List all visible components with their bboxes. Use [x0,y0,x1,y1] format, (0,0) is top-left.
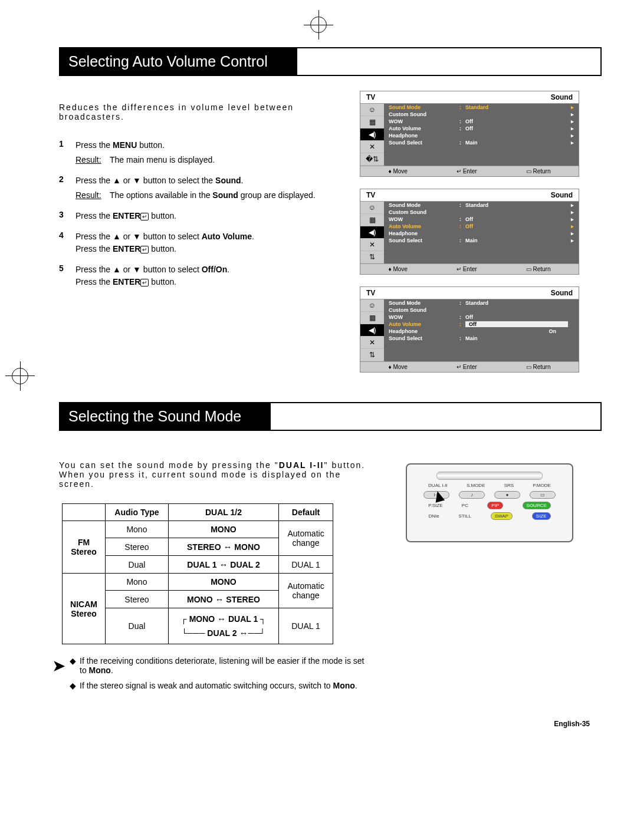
step-5: 5 Press the ▲ or ▼ button to select Off/… [59,263,348,288]
enter-icon: ↵ [140,246,149,253]
section2-intro: You can set the sound mode by pressing t… [59,460,366,489]
step-1: 1 Press the MENU button. Result:The main… [59,139,348,166]
enter-icon: ↵ [140,279,149,286]
page-number: English-35 [59,720,602,728]
remote-illustration: DUAL I-IIS.MODESRSP.MODE I·II♪●▭ P.SIZEP… [406,463,573,542]
osd-screenshot-2: TVSound ☺▦◀)✕⇅ Sound Mode:Standard▸ Cust… [360,189,579,275]
step-3: 3 Press the ENTER↵ button. [59,210,348,222]
section-heading: Selecting the Sound Mode [59,402,602,431]
step-2: 2 Press the ▲ or ▼ button to select the … [59,174,348,202]
note-arrow-icon: ➤ [52,656,65,676]
osd-screenshot-3: TVSound ☺▦◀)✕⇅ Sound Mode:Standard Custo… [360,286,579,373]
osd-screenshot-1: TVSound ☺▦◀)✕�⇅ Sound Mode:Standard▸ Cus… [360,91,579,177]
section2-title: Selecting the Sound Mode [60,403,271,430]
notes: ➤ ◆If the receiving conditions deteriora… [70,656,366,690]
dual-mode-table: Audio Type DUAL 1/2 Default FMStereo Mon… [62,503,333,644]
section1-intro: Reduces the differences in volume level … [59,103,348,121]
section-heading: Selecting Auto Volume Control [59,47,602,76]
section1-title: Selecting Auto Volume Control [60,48,297,75]
enter-icon: ↵ [140,213,149,220]
steps-list: 1 Press the MENU button. Result:The main… [59,139,348,288]
step-4: 4 Press the ▲ or ▼ button to select Auto… [59,230,348,255]
